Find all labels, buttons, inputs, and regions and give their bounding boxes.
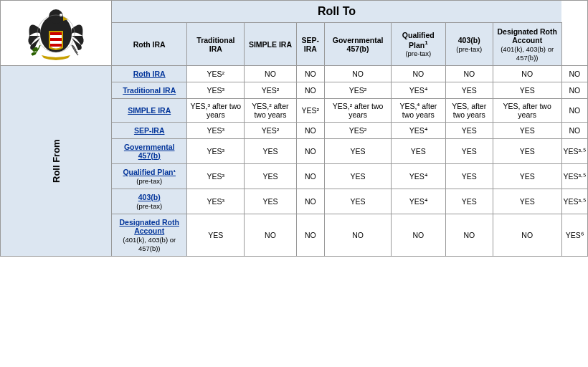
row-link-sep-ira[interactable]: SEP-IRA (134, 126, 165, 135)
roll-from-label: Roll From (1, 66, 112, 257)
cell-designated-roth-sep-ira: NO (325, 214, 392, 257)
cell-traditional-ira-simple-ira: NO (296, 82, 325, 99)
cell-designated-roth-traditional-ira: NO (245, 214, 296, 257)
row-label-qualified-plan[interactable]: Qualified Plan¹(pre-tax) (112, 164, 187, 189)
cell-sep-ira-403b: YES (493, 123, 561, 139)
cell-sep-ira-designated-roth: NO (561, 123, 587, 139)
row-label-traditional-ira[interactable]: Traditional IRA (112, 82, 187, 99)
cell-gov-457b-qualified-plan: YES (445, 139, 493, 164)
row-link-designated-roth[interactable]: Designated Roth Account (119, 218, 179, 235)
cell-sep-ira-traditional-ira: YES² (245, 123, 296, 139)
col-header-gov-457b: Governmental 457(b) (325, 23, 392, 66)
cell-simple-ira-traditional-ira: YES,² after two years (245, 99, 296, 123)
col-header-403b: 403(b)(pre-tax) (445, 23, 493, 66)
col-header-simple-ira: SIMPLE IRA (245, 23, 296, 66)
cell-gov-457b-403b: YES (493, 139, 561, 164)
cell-qualified-plan-designated-roth: YES³·⁵ (561, 164, 587, 189)
irs-logo-icon (24, 4, 88, 61)
col-header-sep-ira: SEP-IRA (296, 23, 325, 66)
cell-qualified-plan-gov-457b: YES⁴ (392, 164, 446, 189)
cell-traditional-ira-qualified-plan: YES (445, 82, 493, 99)
cell-roth-ira-roth-ira: YES² (187, 66, 245, 82)
svg-rect-4 (50, 32, 62, 35)
cell-simple-ira-simple-ira: YES² (296, 99, 325, 123)
col-header-roth-ira: Roth IRA (112, 23, 187, 66)
cell-roth-ira-gov-457b: NO (392, 66, 446, 82)
table-row: Roll FromRoth IRAYES²NONONONONONONO (1, 66, 588, 82)
cell-sep-ira-roth-ira: YES³ (187, 123, 245, 139)
row-label-gov-457b[interactable]: Governmental 457(b) (112, 139, 187, 164)
cell-designated-roth-simple-ira: NO (296, 214, 325, 257)
col-header-designated-roth: Designated Roth Account(401(k), 403(b) o… (493, 23, 561, 66)
cell-gov-457b-roth-ira: YES³ (187, 139, 245, 164)
cell-designated-roth-designated-roth: YES⁶ (561, 214, 587, 257)
cell-gov-457b-traditional-ira: YES (245, 139, 296, 164)
cell-sep-ira-qualified-plan: YES (445, 123, 493, 139)
cell-403b-gov-457b: YES⁴ (392, 189, 446, 214)
cell-simple-ira-qualified-plan: YES, after two years (445, 99, 493, 123)
cell-403b-simple-ira: NO (296, 189, 325, 214)
row-label-simple-ira[interactable]: SIMPLE IRA (112, 99, 187, 123)
row-link-traditional-ira[interactable]: Traditional IRA (123, 86, 176, 95)
row-label-roth-ira[interactable]: Roth IRA (112, 66, 187, 82)
cell-qualified-plan-403b: YES (493, 164, 561, 189)
row-label-sep-ira[interactable]: SEP-IRA (112, 123, 187, 139)
cell-roth-ira-designated-roth: NO (561, 66, 587, 82)
cell-qualified-plan-traditional-ira: YES (245, 164, 296, 189)
cell-traditional-ira-roth-ira: YES³ (187, 82, 245, 99)
row-link-simple-ira[interactable]: SIMPLE IRA (128, 106, 171, 115)
cell-sep-ira-simple-ira: NO (296, 123, 325, 139)
row-label-designated-roth[interactable]: Designated Roth Account(401(k), 403(b) o… (112, 214, 187, 257)
cell-roth-ira-qualified-plan: NO (445, 66, 493, 82)
row-label-403b[interactable]: 403(b)(pre-tax) (112, 189, 187, 214)
roll-to-header: Roll To (112, 1, 562, 23)
cell-simple-ira-designated-roth: NO (561, 99, 587, 123)
cell-403b-sep-ira: YES (325, 189, 392, 214)
cell-qualified-plan-roth-ira: YES³ (187, 164, 245, 189)
cell-traditional-ira-sep-ira: YES² (325, 82, 392, 99)
cell-sep-ira-gov-457b: YES⁴ (392, 123, 446, 139)
cell-gov-457b-sep-ira: YES (325, 139, 392, 164)
cell-403b-qualified-plan: YES (445, 189, 493, 214)
table-body: Roll FromRoth IRAYES²NONONONONONONOTradi… (1, 66, 588, 257)
cell-qualified-plan-simple-ira: NO (296, 164, 325, 189)
rollover-table: Roll To Roth IRATraditional IRASIMPLE IR… (0, 0, 588, 257)
cell-roth-ira-sep-ira: NO (325, 66, 392, 82)
svg-rect-6 (50, 44, 62, 47)
cell-designated-roth-qualified-plan: NO (445, 214, 493, 257)
cell-roth-ira-simple-ira: NO (296, 66, 325, 82)
cell-designated-roth-gov-457b: NO (392, 214, 446, 257)
cell-traditional-ira-403b: YES (493, 82, 561, 99)
cell-simple-ira-gov-457b: YES,⁴ after two years (392, 99, 446, 123)
cell-403b-designated-roth: YES³·⁵ (561, 189, 587, 214)
cell-403b-roth-ira: YES³ (187, 189, 245, 214)
cell-qualified-plan-qualified-plan: YES (445, 164, 493, 189)
cell-designated-roth-403b: NO (493, 214, 561, 257)
cell-roth-ira-403b: NO (493, 66, 561, 82)
svg-rect-5 (50, 38, 62, 41)
cell-gov-457b-gov-457b: YES (392, 139, 446, 164)
cell-simple-ira-403b: YES, after two years (493, 99, 561, 123)
cell-403b-traditional-ira: YES (245, 189, 296, 214)
cell-sep-ira-sep-ira: YES² (325, 123, 392, 139)
cell-qualified-plan-sep-ira: YES (325, 164, 392, 189)
row-link-qualified-plan[interactable]: Qualified Plan¹ (123, 168, 176, 176)
cell-traditional-ira-designated-roth: NO (561, 82, 587, 99)
cell-simple-ira-roth-ira: YES,³ after two years (187, 99, 245, 123)
row-link-roth-ira[interactable]: Roth IRA (133, 70, 166, 78)
col-header-qualified-plan: Qualified Plan1(pre-tax) (392, 23, 446, 66)
cell-403b-403b: YES (493, 189, 561, 214)
row-link-gov-457b[interactable]: Governmental 457(b) (124, 143, 175, 160)
row-link-403b[interactable]: 403(b) (138, 193, 161, 201)
cell-gov-457b-simple-ira: NO (296, 139, 325, 164)
cell-traditional-ira-traditional-ira: YES² (245, 82, 296, 99)
cell-designated-roth-roth-ira: YES (187, 214, 245, 257)
logo-cell (1, 1, 112, 66)
cell-simple-ira-sep-ira: YES,² after two years (325, 99, 392, 123)
col-header-traditional-ira: Traditional IRA (187, 23, 245, 66)
cell-traditional-ira-gov-457b: YES⁴ (392, 82, 446, 99)
cell-gov-457b-designated-roth: YES³·⁵ (561, 139, 587, 164)
cell-roth-ira-traditional-ira: NO (245, 66, 296, 82)
